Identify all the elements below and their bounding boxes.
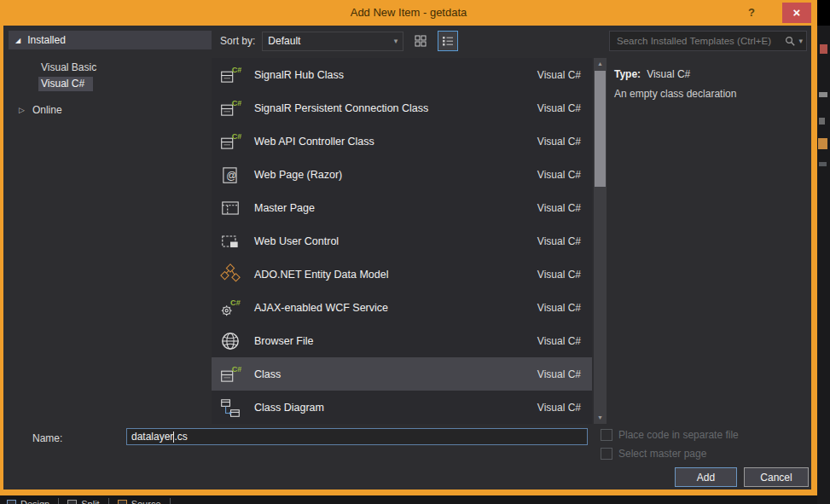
source-view-icon — [118, 500, 127, 504]
template-row[interactable]: Class Diagram Visual C# — [212, 391, 592, 424]
template-list-scrollbar[interactable]: ▲ ▼ — [594, 58, 607, 424]
search-input[interactable] — [617, 36, 784, 46]
split-view-icon — [67, 500, 77, 504]
close-button[interactable]: × — [782, 3, 811, 23]
web-api-controller-icon: C# — [219, 130, 241, 153]
type-value: Visual C# — [647, 68, 690, 80]
master-page-icon — [219, 197, 241, 219]
place-code-checkbox[interactable]: Place code in separate file — [601, 429, 739, 441]
design-view-icon — [7, 500, 16, 504]
sort-toolbar: Sort by: Default ▾ — [212, 31, 607, 51]
add-new-item-dialog: Add New Item - getdata ? × ◢ Installed V… — [0, 0, 817, 495]
info-pane: ▾ Type:Visual C# An empty class declarat… — [609, 31, 807, 100]
ado-net-entity-data-model-icon — [219, 264, 241, 286]
sort-by-dropdown[interactable]: Default ▾ — [262, 32, 403, 51]
tab-design-label: Design — [20, 499, 49, 504]
online-label: Online — [32, 104, 62, 116]
background-fragment — [819, 162, 827, 166]
installed-label: Installed — [27, 34, 66, 46]
svg-text:C#: C# — [232, 66, 241, 74]
add-button[interactable]: Add — [675, 467, 737, 487]
web-user-control-icon — [219, 230, 241, 252]
signalr-hub-class-icon: C# — [219, 64, 241, 86]
ajax-wcf-service-icon: C# — [219, 297, 241, 319]
tree-node-online[interactable]: ▷ Online — [9, 101, 212, 118]
web-page-razor-icon: @ — [219, 164, 241, 186]
place-code-checkbox-label: Place code in separate file — [618, 429, 739, 441]
template-description: An empty class declaration — [614, 88, 807, 100]
tab-source-label: Source — [131, 499, 161, 504]
template-row[interactable]: C# Web API Controller Class Visual C# — [212, 125, 592, 158]
background-fragment — [818, 138, 827, 149]
tree-item-visual-csharp[interactable]: Visual C# — [9, 76, 212, 92]
list-icon — [442, 35, 454, 47]
template-pane: Sort by: Default ▾ — [212, 31, 607, 51]
background-fragment — [819, 118, 825, 125]
designer-tab-bar: Design Split Source — [0, 497, 817, 504]
name-value-after-caret: .cs — [174, 431, 187, 443]
template-info: Type:Visual C# An empty class declaratio… — [609, 68, 807, 100]
tree-item-visual-basic[interactable]: Visual Basic — [9, 60, 212, 76]
dialog-title: Add New Item - getdata — [351, 0, 467, 26]
background-bottom-strip: Design Split Source — [0, 495, 817, 504]
installed-children: Visual Basic Visual C# — [9, 60, 212, 92]
list-view-button[interactable] — [438, 31, 458, 51]
svg-text:C#: C# — [230, 298, 241, 307]
grid-icon — [415, 35, 427, 47]
svg-text:C#: C# — [232, 99, 241, 107]
template-row[interactable]: @ Web Page (Razor) Visual C# — [212, 158, 592, 191]
sort-by-label: Sort by: — [220, 35, 255, 47]
template-row[interactable]: Browser File Visual C# — [212, 324, 592, 357]
template-row[interactable]: C# SignalR Hub Class Visual C# — [212, 58, 592, 91]
tab-design[interactable]: Design — [7, 498, 59, 504]
tab-split-label: Split — [81, 499, 99, 504]
svg-text:C#: C# — [232, 365, 241, 374]
chevron-down-icon: ▾ — [394, 37, 398, 45]
search-icon[interactable] — [784, 35, 796, 47]
expanded-triangle-icon: ◢ — [15, 37, 20, 44]
background-window-strip — [817, 0, 830, 504]
dialog-content: ◢ Installed Visual Basic Visual C# ▷ Onl… — [3, 26, 811, 490]
name-input[interactable]: datalayer .cs — [126, 428, 588, 445]
scroll-down-button[interactable]: ▼ — [594, 412, 607, 424]
background-fragment — [820, 44, 827, 54]
collapsed-triangle-icon: ▷ — [19, 106, 25, 114]
sort-by-value: Default — [268, 35, 300, 47]
name-value-before-caret: datalayer — [131, 431, 173, 443]
name-label: Name: — [32, 432, 62, 444]
background-fragment — [819, 92, 827, 97]
checkbox-box — [601, 429, 612, 441]
template-row[interactable]: ADO.NET Entity Data Model Visual C# — [212, 258, 592, 291]
template-row-selected[interactable]: C# Class Visual C# — [212, 357, 592, 391]
browser-file-icon — [219, 330, 241, 352]
checkbox-box — [601, 448, 612, 460]
type-label: Type: — [614, 68, 641, 80]
select-master-page-checkbox[interactable]: Select master page — [601, 448, 706, 460]
template-list: C# SignalR Hub Class Visual C# C# Signal… — [212, 58, 592, 424]
template-row[interactable]: C# AJAX-enabled WCF Service Visual C# — [212, 291, 592, 324]
search-box[interactable]: ▾ — [609, 31, 807, 51]
search-controls: ▾ — [784, 35, 803, 47]
signalr-persistent-connection-icon: C# — [219, 97, 241, 119]
template-row[interactable]: Master Page Visual C# — [212, 191, 592, 224]
tree-node-installed[interactable]: ◢ Installed — [9, 31, 212, 49]
scrollbar-thumb[interactable] — [595, 71, 606, 187]
background-fragment — [817, 0, 830, 26]
template-row[interactable]: C# SignalR Persistent Connection Class V… — [212, 91, 592, 125]
help-button[interactable]: ? — [740, 3, 763, 22]
medium-icons-view-button[interactable] — [410, 31, 431, 51]
tab-split[interactable]: Split — [59, 498, 108, 504]
class-icon: C# — [219, 363, 241, 385]
scroll-up-button[interactable]: ▲ — [594, 58, 607, 70]
svg-text:@: @ — [226, 169, 236, 181]
select-master-checkbox-label: Select master page — [618, 448, 706, 460]
tab-source[interactable]: Source — [109, 498, 171, 504]
search-dropdown-icon[interactable]: ▾ — [798, 37, 803, 45]
category-tree: ◢ Installed Visual Basic Visual C# ▷ Onl… — [9, 31, 212, 425]
svg-text:C#: C# — [232, 132, 241, 141]
class-diagram-icon — [219, 397, 241, 419]
cancel-button[interactable]: Cancel — [744, 467, 809, 487]
dialog-titlebar[interactable]: Add New Item - getdata ? × — [0, 0, 817, 26]
template-row[interactable]: Web User Control Visual C# — [212, 224, 592, 258]
close-icon: × — [793, 5, 801, 20]
